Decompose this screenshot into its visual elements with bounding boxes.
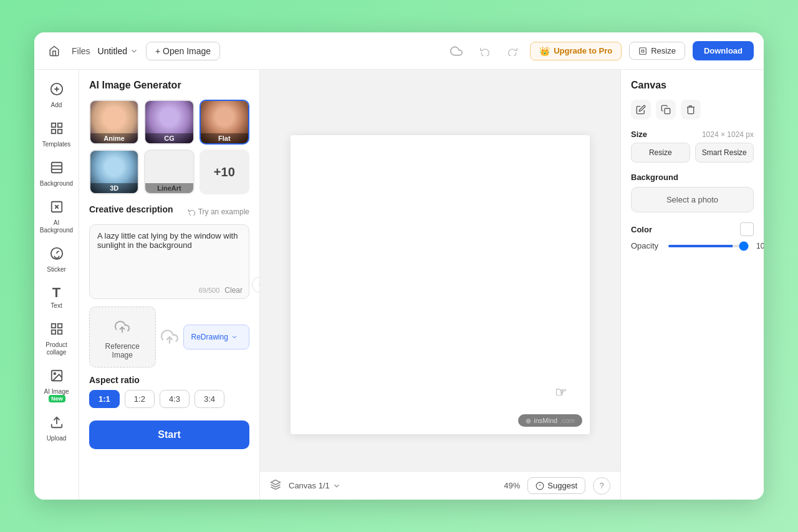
- sidebar-item-ai-image[interactable]: AI Image New: [38, 364, 75, 408]
- download-button[interactable]: Download: [693, 41, 754, 60]
- format-icon-button[interactable]: [631, 100, 651, 120]
- opacity-slider[interactable]: [668, 245, 749, 247]
- sidebar-item-add-label: Add: [51, 102, 62, 109]
- start-button[interactable]: Start: [89, 420, 249, 449]
- color-swatch[interactable]: [740, 222, 754, 236]
- background-icon: [50, 161, 64, 178]
- aspect-section: Aspect ratio 1:1 1:2 4:3 3:4: [89, 375, 249, 408]
- aspect-btn-1-2[interactable]: 1:2: [125, 390, 155, 408]
- ai-panel: AI Image Generator Anime CG Flat 3D: [79, 70, 260, 500]
- home-button[interactable]: [44, 41, 64, 61]
- aspect-buttons: 1:1 1:2 4:3 3:4: [89, 390, 249, 408]
- suggest-button[interactable]: Suggest: [527, 477, 585, 494]
- sidebar-item-product-collage-label: Product collage: [42, 341, 72, 356]
- aspect-btn-1-1[interactable]: 1:1: [89, 390, 120, 408]
- canvas-bottom-bar: Canvas 1/1 49% Suggest ?: [260, 471, 620, 500]
- sidebar-item-product-collage[interactable]: Product collage: [38, 317, 75, 361]
- add-icon: [50, 82, 64, 99]
- open-image-button[interactable]: + Open Image: [146, 42, 220, 60]
- upgrade-button[interactable]: 👑 Upgrade to Pro: [530, 42, 622, 60]
- files-link[interactable]: Files: [72, 46, 90, 56]
- sidebar-item-background[interactable]: Background: [38, 156, 75, 192]
- cloud-button[interactable]: [445, 40, 468, 62]
- sidebar-item-upload[interactable]: Upload: [38, 411, 75, 447]
- app-window: Files Untitled + Open Image 👑 Upgrade to…: [34, 32, 764, 500]
- panel-title: AI Image Generator: [89, 80, 249, 91]
- char-count: 69/500: [199, 287, 220, 294]
- style-flat-label: Flat: [201, 133, 248, 143]
- description-textarea[interactable]: A lazy little cat lying by the window wi…: [90, 225, 249, 281]
- sidebar-item-add[interactable]: Add: [38, 77, 75, 114]
- style-cg[interactable]: CG: [144, 100, 194, 145]
- try-example-button[interactable]: Try an example: [188, 207, 249, 216]
- canvas-info[interactable]: Canvas 1/1: [289, 481, 341, 490]
- duplicate-icon-button[interactable]: [656, 100, 676, 120]
- ai-image-icon: [50, 369, 64, 386]
- sticker-icon: [50, 247, 64, 264]
- layers-icon[interactable]: [270, 479, 281, 493]
- style-lineart[interactable]: LineArt: [144, 150, 194, 194]
- svg-rect-4: [51, 123, 55, 127]
- sidebar-item-ai-image-label: AI Image New: [42, 388, 72, 403]
- text-icon: T: [52, 286, 60, 300]
- redo-button[interactable]: [502, 41, 522, 61]
- opacity-label: Opacity: [631, 241, 663, 250]
- redrawing-button[interactable]: ReDrawing: [183, 325, 250, 349]
- sidebar-item-ai-background[interactable]: AI Background: [38, 195, 75, 239]
- sidebar-item-templates-label: Templates: [42, 141, 71, 148]
- svg-rect-13: [57, 324, 61, 328]
- style-anime[interactable]: Anime: [89, 100, 139, 145]
- svg-marker-21: [271, 480, 281, 485]
- sidebar-item-background-label: Background: [40, 180, 73, 188]
- smart-resize-button[interactable]: Smart Resize: [695, 143, 754, 163]
- style-3d[interactable]: 3D: [89, 150, 139, 194]
- creative-desc-row: Creative description Try an example: [89, 204, 249, 219]
- sidebar-item-sticker-label: Sticker: [47, 266, 66, 273]
- creative-desc-label: Creative description: [89, 204, 173, 214]
- reference-image-card[interactable]: Reference Image: [89, 306, 156, 368]
- app-body: Add Templates Background AI Background: [34, 70, 764, 500]
- select-photo-button[interactable]: Select a photo: [631, 187, 754, 212]
- sidebar-item-text[interactable]: T Text: [38, 281, 75, 315]
- svg-rect-12: [51, 324, 55, 328]
- sidebar-item-sticker[interactable]: Sticker: [38, 242, 75, 278]
- undo-button[interactable]: [475, 41, 495, 61]
- upload-icon: [50, 416, 64, 432]
- upload-cloud-icon: [110, 315, 135, 340]
- style-more[interactable]: +10: [200, 150, 249, 194]
- svg-rect-25: [665, 108, 670, 114]
- description-wrap: A lazy little cat lying by the window wi…: [89, 224, 249, 299]
- aspect-btn-4-3[interactable]: 4:3: [160, 390, 190, 408]
- header: Files Untitled + Open Image 👑 Upgrade to…: [34, 32, 764, 70]
- svg-point-17: [54, 373, 55, 374]
- product-collage-icon: [50, 322, 64, 339]
- background-label: Background: [631, 173, 754, 182]
- help-button[interactable]: ?: [593, 477, 610, 495]
- delete-icon-button[interactable]: [681, 100, 701, 120]
- style-grid: Anime CG Flat 3D LineArt: [89, 100, 249, 194]
- ref-row: Reference Image ReDrawing: [89, 306, 249, 368]
- color-label: Color: [631, 225, 652, 234]
- style-flat[interactable]: Flat: [200, 100, 249, 145]
- svg-rect-8: [51, 163, 62, 173]
- canvas-resize-button[interactable]: Resize: [631, 143, 690, 163]
- left-sidebar: Add Templates Background AI Background: [34, 70, 79, 500]
- svg-rect-0: [640, 47, 647, 54]
- textarea-footer: 69/500 Clear: [90, 283, 249, 298]
- document-title: Untitled: [98, 46, 127, 56]
- opacity-value: 100: [754, 242, 764, 250]
- opacity-row: Opacity 100: [631, 241, 754, 250]
- right-panel: Canvas Size 1024 × 1024 px Resize Smar: [620, 70, 764, 500]
- svg-rect-15: [57, 330, 61, 334]
- size-label: Size: [631, 130, 647, 139]
- collapse-panel-button[interactable]: ‹: [252, 277, 260, 293]
- cursor-icon: ☞: [555, 384, 567, 401]
- sidebar-item-ai-background-label: AI Background: [40, 219, 73, 234]
- aspect-ratio-label: Aspect ratio: [89, 375, 249, 385]
- title-group[interactable]: Untitled: [98, 46, 138, 56]
- resize-button[interactable]: Resize: [629, 42, 685, 60]
- clear-button[interactable]: Clear: [224, 286, 243, 295]
- sidebar-item-templates[interactable]: Templates: [38, 116, 75, 153]
- ai-background-icon: [50, 200, 64, 217]
- aspect-btn-3-4[interactable]: 3:4: [195, 390, 224, 408]
